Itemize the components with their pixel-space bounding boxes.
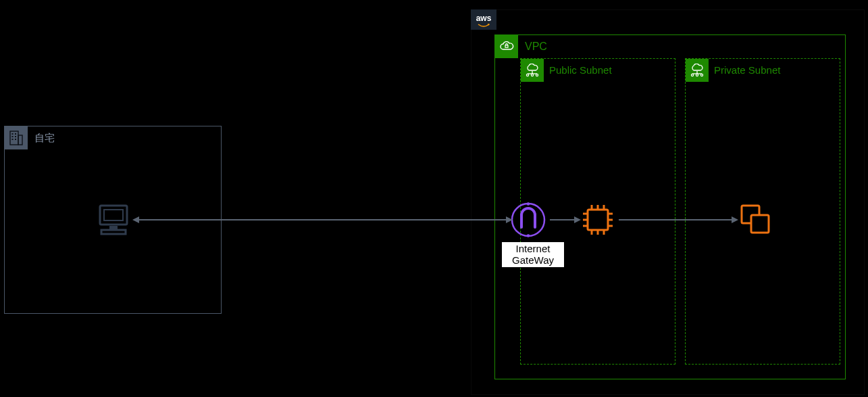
svg-rect-4 [12,136,14,137]
pc-icon [96,203,131,237]
connector-pc-igw [138,219,511,220]
svg-rect-6 [12,139,14,140]
diagram-canvas: 自宅 aws VPC [0,0,868,397]
home-label: 自宅 [34,132,55,145]
ec2-icon [581,203,615,237]
igw-label-line2: GateWay [512,254,554,266]
svg-rect-2 [12,133,14,135]
svg-point-24 [527,202,530,205]
svg-rect-5 [15,136,16,137]
building-icon [5,126,28,149]
instances-icon [739,203,773,237]
svg-point-15 [526,74,528,76]
private-subnet-label: Private Subnet [714,64,780,76]
svg-rect-0 [10,131,18,145]
connector-igw-ec2 [550,219,577,220]
svg-rect-26 [588,210,608,230]
igw-label-line1: Internet [516,243,551,254]
svg-point-16 [531,74,533,76]
svg-rect-40 [751,215,769,233]
svg-rect-11 [101,230,126,234]
aws-logo-text: aws [476,14,492,22]
svg-point-22 [700,74,703,76]
arrowhead-right-icon [574,216,581,223]
vpc-label: VPC [525,41,547,53]
svg-rect-9 [104,210,123,220]
internet-gateway-icon [510,202,546,238]
svg-rect-7 [15,139,16,140]
svg-point-20 [691,74,693,76]
svg-point-21 [696,74,698,76]
arrowhead-left-icon [132,216,139,223]
public-subnet-icon [521,59,544,82]
public-subnet-label: Public Subnet [549,64,612,76]
private-subnet-icon [686,59,709,82]
svg-rect-1 [18,135,22,145]
svg-rect-12 [505,45,508,47]
svg-point-17 [536,74,538,76]
arrowhead-right-icon [732,216,738,223]
svg-point-25 [527,234,530,237]
aws-logo-icon: aws [471,9,496,30]
connector-ec2-instances [619,219,734,220]
svg-rect-3 [15,133,16,135]
arrowhead-right-icon [506,216,513,223]
vpc-cloud-icon [495,35,518,58]
internet-gateway-label: Internet GateWay [502,242,564,267]
